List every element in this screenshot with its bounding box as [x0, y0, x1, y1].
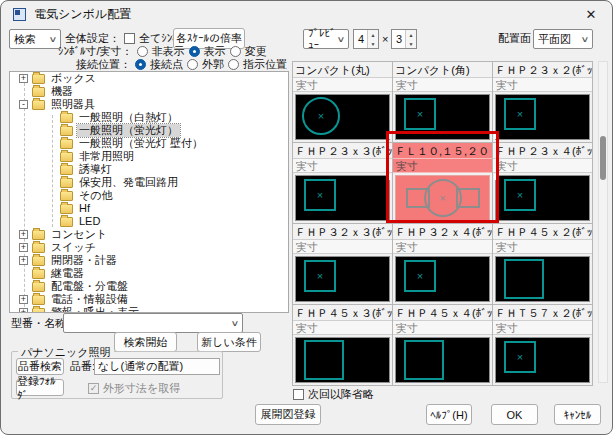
tree-item-panel[interactable]: 配電盤・分電盤 — [10, 280, 288, 293]
tree-item-box[interactable]: +ボックス — [10, 72, 288, 85]
tree-expander[interactable]: + — [19, 256, 28, 265]
symbol-preview: × — [495, 175, 590, 221]
preview-times-label: × — [382, 32, 388, 45]
part-number-field[interactable]: なし(通常の配置) — [94, 358, 220, 375]
tree-item-breaker[interactable]: +開閉器・計器 — [10, 254, 288, 267]
radio-show[interactable] — [189, 46, 200, 57]
close-icon[interactable]: ✕ — [580, 5, 602, 23]
symbol-cell-title: ＦＨＴ５７ｘ２(ﾎﾞｯｸｽ無 — [493, 305, 592, 321]
search-start-button[interactable]: 検索開始 — [114, 332, 177, 352]
tree-item-relay[interactable]: 継電器 — [10, 267, 288, 280]
tree-item-emergency[interactable]: 非常用照明 — [10, 150, 288, 163]
help-button[interactable]: ﾍﾙﾌﾟ(H) — [426, 404, 472, 425]
preview-combo[interactable]: ﾌﾟﾚﾋﾞｭｰ ∨ — [303, 29, 349, 49]
tree-item-guide-light[interactable]: 誘導灯 — [10, 163, 288, 176]
actual-size-label: 実寸 — [393, 78, 492, 92]
lamp-symbol-square-plain-icon — [504, 259, 544, 299]
symbol-preview — [495, 256, 590, 302]
actual-size-label: 実寸 — [493, 159, 592, 173]
part-number-search-button[interactable]: 品番検索 — [16, 358, 64, 375]
radio-connect-point-label: 接続点 — [150, 57, 183, 72]
tree-item-security[interactable]: 保安用、発電回路用 — [10, 176, 288, 189]
folder-icon — [60, 113, 73, 123]
ok-button[interactable]: OK — [491, 404, 538, 425]
symbol-cell[interactable]: コンパクト(角) 実寸 × — [393, 62, 492, 142]
tree-expander[interactable]: + — [19, 230, 28, 239]
chevron-down-icon: ∨ — [337, 35, 346, 44]
model-name-combo[interactable]: ∨ — [63, 313, 243, 333]
preview-cols-stepper[interactable]: 4 ▲ ▼ — [353, 29, 379, 49]
spin-down-icon[interactable]: ▼ — [368, 39, 378, 48]
tree-expander[interactable]: + — [19, 243, 28, 252]
placement-combo-value: 平面図 — [538, 32, 571, 47]
symbol-cell[interactable]: ＦＨＰ３２ｘ３(ﾎﾞｯｸｽ無 実寸 × — [293, 224, 392, 304]
symbol-cell[interactable]: ＦＨＴ５７ｘ２(ﾎﾞｯｸｽ無 実寸 × — [493, 305, 592, 385]
new-condition-button[interactable]: 新しい条件 — [197, 332, 261, 352]
symbol-cell[interactable]: ＦＨＰ４５ｘ２(ﾎﾞｯｸｽ無 実寸 — [493, 224, 592, 304]
window-title: 電気シンボル配置 — [34, 6, 131, 23]
radio-connect-point[interactable] — [135, 59, 146, 70]
tree-item-hf[interactable]: Hf — [10, 202, 288, 215]
radio-outline[interactable] — [187, 59, 198, 70]
category-tree[interactable]: +ボックス 機器 -照明器具 一般照明（白熱灯） 一般照明（蛍光灯） 一般照明（… — [9, 71, 289, 313]
folder-icon — [32, 269, 45, 279]
expand-register-button[interactable]: 展開図登録 — [255, 404, 321, 425]
symbol-cell[interactable]: ＦＨＰ２３ｘ４(ﾎﾞｯｸｽ無 実寸 × — [493, 143, 592, 223]
tree-expander[interactable]: + — [19, 295, 28, 304]
tree-item-telephone[interactable]: +電話・情報設備 — [10, 293, 288, 306]
tree-item-led[interactable]: LED — [10, 215, 288, 228]
placement-combo[interactable]: 平面図 ∨ — [533, 29, 593, 49]
tree-item-lighting[interactable]: -照明器具 — [10, 98, 288, 111]
tree-item-other[interactable]: その他 — [10, 189, 288, 202]
symbol-cell[interactable]: コンパクト(丸) 実寸 × — [293, 62, 392, 142]
symbol-preview: × — [295, 94, 390, 140]
register-folder-button[interactable]: 登録ﾌｫﾙﾀﾞ — [16, 379, 64, 396]
tree-item-outlet[interactable]: +コンセント — [10, 228, 288, 241]
symbol-preview: × — [395, 94, 490, 140]
folder-icon — [32, 282, 45, 292]
tree-item-switch[interactable]: +スイッチ — [10, 241, 288, 254]
lamp-symbol-circle-icon: × — [302, 97, 340, 135]
scrollbar-thumb[interactable] — [600, 136, 606, 180]
radio-change[interactable] — [230, 46, 241, 57]
grid-scrollbar[interactable] — [598, 61, 608, 383]
lamp-symbol-square-icon: × — [404, 98, 436, 130]
tree-item-equipment[interactable]: 機器 — [10, 85, 288, 98]
symbol-cell[interactable]: ＦＨＰ４５ｘ３(ﾎﾞｯｸｽ無 実寸 — [293, 305, 392, 385]
spin-up-icon[interactable]: ▲ — [406, 30, 416, 39]
folder-icon — [60, 139, 73, 149]
outline-dims-label: 外形寸法を取得 — [103, 381, 180, 396]
chevron-down-icon: ∨ — [581, 35, 590, 44]
radio-hide[interactable] — [137, 46, 148, 57]
tree-item-fluorescent-wall[interactable]: 一般照明（蛍光灯 壁付） — [10, 137, 288, 150]
symbol-cell[interactable]: ＦＨＰ２３ｘ３(ﾎﾞｯｸｽ無 実寸 × — [293, 143, 392, 223]
symbol-cell[interactable]: ＦＨＰ４５ｘ４(ﾎﾞｯｸｽ無 実寸 — [393, 305, 492, 385]
radio-outline-label: 外郭 — [202, 57, 224, 72]
symbol-cell-title: コンパクト(丸) — [293, 62, 392, 78]
symbol-cell-selected[interactable]: ＦＬ１０,１５,２０ｘ１ 実寸 × — [393, 143, 492, 223]
electric-symbol-placement-dialog: 電気シンボル配置 ✕ 検索 ∨ 全体設定： 全てｼﾝﾎﾞﾙ寸 各ｽｹｰﾙの倍率 … — [0, 0, 613, 435]
outline-dims-checkbox[interactable]: ✓ — [88, 383, 99, 394]
all-symbol-checkbox[interactable] — [124, 33, 135, 44]
spin-down-icon[interactable]: ▼ — [406, 39, 416, 48]
preview-rows-stepper[interactable]: 3 ▲ ▼ — [391, 29, 417, 49]
search-mode-combo[interactable]: 検索 ∨ — [9, 29, 61, 49]
skip-next-checkbox[interactable] — [293, 389, 304, 400]
spin-up-icon[interactable]: ▲ — [368, 30, 378, 39]
outline-checkbox-row: ✓ 外形寸法を取得 — [88, 382, 180, 395]
folder-icon — [32, 74, 45, 84]
folder-icon — [32, 308, 45, 314]
tree-item-fluorescent[interactable]: 一般照明（蛍光灯） — [10, 124, 288, 137]
tree-expander[interactable]: + — [19, 308, 28, 313]
part-number-label: 品番: — [70, 360, 95, 373]
search-mode-value: 検索 — [14, 32, 36, 47]
cancel-button[interactable]: ｷｬﾝｾﾙ — [554, 404, 601, 425]
tree-item-incandescent[interactable]: 一般照明（白熱灯） — [10, 111, 288, 124]
radio-indicate-position[interactable] — [228, 59, 239, 70]
tree-expander[interactable]: - — [19, 100, 28, 109]
symbol-cell[interactable]: ＦＨＰ２３ｘ２(ﾎﾞｯｸｽ無 実寸 × — [493, 62, 592, 142]
symbol-cell[interactable]: ＦＨＰ３２ｘ４(ﾎﾞｯｸｽ無 実寸 × — [393, 224, 492, 304]
tree-expander[interactable]: + — [19, 74, 28, 83]
tree-item-alarm[interactable]: +警報・呼出・表示 — [10, 306, 288, 313]
folder-icon — [32, 295, 45, 305]
